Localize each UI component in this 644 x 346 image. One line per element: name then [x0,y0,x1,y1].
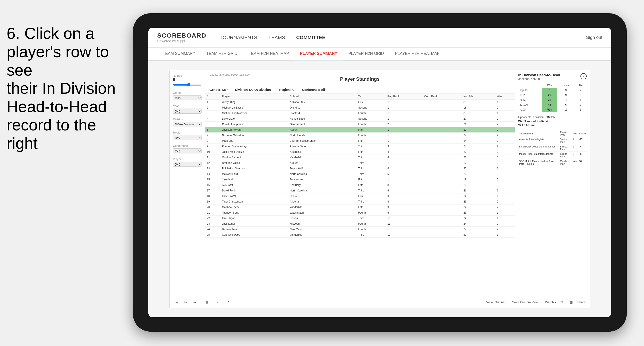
sub-nav-player-h2h-grid[interactable]: PLAYER H2H GRID [343,47,390,60]
nav-committee[interactable]: COMMITTEE [296,34,326,41]
tourn-score: -7 [578,144,587,152]
sub-nav-team-h2h-heatmap[interactable]: TEAM H2H HEATMAP [243,47,294,60]
sub-nav-team-h2h-grid[interactable]: TEAM H2H GRID [201,47,243,60]
table-row[interactable]: 1 Wenyi Ding Arizona State First 1 8 1 [205,100,515,105]
table-row[interactable]: 25 Cole Sherwood Vanderbilt Third 12 23 … [205,232,515,238]
tourn-name: SEC Match Play hosted by Jerry Pate Roun… [518,159,559,166]
table-row[interactable]: 4 Luke Claton Florida State Second 1 27 … [205,116,515,122]
cell-win: 1 [495,111,515,116]
cell-yr: Third [356,171,386,177]
table-row[interactable]: 17 David Ford North Carolina Third 6 21 … [205,188,515,193]
cell-num: 5 [205,122,220,127]
table-row[interactable]: 6 Jackson Koivun Auburn First 1 22 2 [205,127,515,133]
cell-school: Vanderbilt [288,204,356,210]
table-row[interactable]: 3 Michael Thorbjornsen Stanford Fourth 1… [205,111,515,116]
division-select[interactable]: NCAA Division I [173,122,202,127]
table-row[interactable]: 22 Ian Gilligan Florida Third 10 24 1 [205,215,515,221]
table-row[interactable]: 23 Jack Lundin Missouri Fourth 11 24 0 [205,221,515,227]
table-row[interactable]: 9 Preston Summerhays Arizona State Third… [205,144,515,149]
view-original-button[interactable]: View: Original [486,301,505,304]
year-select[interactable]: (All) [173,109,202,114]
share-button[interactable]: Share [577,301,586,304]
table-row[interactable]: 12 Brendan Valles Auburn Third 1 17 0 [205,160,515,166]
table-row[interactable]: 2 Michael La Sasse Ole Miss Second 1 18 … [205,105,515,111]
cell-yr: First [356,100,386,105]
cell-reg-rank: 10 [386,215,422,221]
tourn-col-pos: Pos [572,130,578,137]
cell-reg-rank: 1 [386,111,422,116]
redo-button[interactable]: ↪ [192,299,197,305]
cell-num: 1 [205,100,220,105]
cell-rds: 22 [462,127,495,133]
table-row[interactable]: 21 Taehoon Song Washington Fourth 6 23 1 [205,210,515,215]
more-options-button[interactable]: ⋯ [213,299,219,305]
table-row[interactable]: 15 Jake Hall Tennessee Fifth 1 18 0 [205,177,515,182]
cell-player: Phichaksn Maichon [220,166,288,171]
h2h-rank-label: 51-100 [518,102,542,107]
cell-rds: 17 [462,160,495,166]
table-row[interactable]: 11 Gordon Sargent Vanderbilt Third 4 21 … [205,155,515,160]
cell-conf-rank [422,215,462,221]
cell-rds: 24 [462,138,495,144]
undo-button[interactable]: ↩ [174,299,180,305]
table-row[interactable]: 18 Luke Powell UCLA First 9 24 1 [205,193,515,199]
sign-out-button[interactable]: Sign out [586,35,602,40]
nav-tournaments[interactable]: TOURNAMENTS [220,34,257,41]
region-select[interactable]: N/A [173,135,202,140]
cell-rds: 23 [462,210,495,215]
tablet-frame: SCOREBOARD Powered by clippi TOURNAMENTS… [133,13,627,332]
cell-reg-rank: 1 [386,227,422,232]
table-row[interactable]: 7 Nicholas Gabrelcik North Florida Fourt… [205,133,515,138]
cell-num: 23 [205,221,220,227]
sub-nav-player-h2h-heatmap[interactable]: PLAYER H2H HEATMAP [390,47,445,60]
table-row[interactable]: 19 Tiger Christensen Arizona Third 8 23 … [205,199,515,204]
table-row[interactable]: 10 Jacob Max Obieze Arkansas Fifth 4 23 … [205,149,515,155]
tournament-row: SEC Match Play hosted by Jerry Pate Roun… [518,159,587,166]
conference-select[interactable]: (All) [173,148,202,154]
save-custom-button[interactable]: Save Custom View [512,301,538,304]
copy-button[interactable]: ⊕ [204,299,210,305]
h2h-tie-cell: 1 [575,107,587,112]
cell-rds: 8 [462,100,495,105]
cell-player: Gordon Sargent [220,155,288,160]
nav-teams[interactable]: TEAMS [268,34,285,41]
refresh-button[interactable]: ↻ [226,299,232,305]
h2h-loss-cell: 3 [557,88,574,93]
tournament-row: Amer Ari Intercollegiate Stroke Play 4 -… [518,137,587,144]
cell-rds: 23 [462,171,495,177]
cell-school: East Tennessee State [288,138,356,144]
table-row[interactable]: 5 Christo Lamprecht Georgia Tech Fourth … [205,122,515,127]
cell-yr: Fifth [356,177,386,182]
cell-yr: Third [356,215,386,221]
cell-conf-rank [422,171,462,177]
cell-school: Florida State [288,116,356,122]
h2h-tie-cell: 3 [575,102,587,107]
sub-nav-player-summary[interactable]: PLAYER SUMMARY [294,47,343,60]
cut-button[interactable]: ✂ [183,299,188,305]
cell-school: Stanford [288,111,356,116]
cell-conf-rank [422,116,462,122]
h2h-col-tie: Tie [575,83,587,88]
no-rds-slider[interactable] [173,83,202,86]
cell-num: 6 [205,127,220,133]
h2h-close-button[interactable]: × [580,73,587,79]
h2h-rank-label: >100 [518,107,542,112]
player-select[interactable]: (All) [173,162,202,167]
table-row[interactable]: 13 Phichaksn Maichon Texas A&M Third 6 3… [205,166,515,171]
cell-conf-rank [422,127,462,133]
watch-button[interactable]: Watch ▾ [545,301,556,304]
h2h-panel: In Division Head-to-Head Jackson Koivun … [515,70,590,296]
bottom-toolbar: ↩ ✂ ↪ ⊕ ⋯ ↻ View: Original Save Custom V… [170,296,590,308]
cell-player: Taehoon Song [220,210,288,215]
cell-num: 16 [205,182,220,188]
grid-button[interactable]: ⊞ [568,299,574,305]
gender-display: Gender: Men [210,88,228,92]
table-row[interactable]: 20 Matthew Riedel Vanderbilt Fifth 9 22 … [205,204,515,210]
sub-nav-team-summary[interactable]: TEAM SUMMARY [157,47,201,60]
table-row[interactable]: 16 Alex Goff Kentucky Fifth 8 19 0 [205,182,515,188]
gender-select[interactable]: Men [173,95,202,100]
annotation-button[interactable]: ✎ [560,299,565,305]
table-row[interactable]: 8 Mats Ege East Tennessee State Fifth 1 … [205,138,515,144]
table-row[interactable]: 14 Maxwell Ford North Carolina Third 5 2… [205,171,515,177]
table-row[interactable]: 24 Bastien Amat New Mexico Fourth 1 27 2 [205,227,515,232]
